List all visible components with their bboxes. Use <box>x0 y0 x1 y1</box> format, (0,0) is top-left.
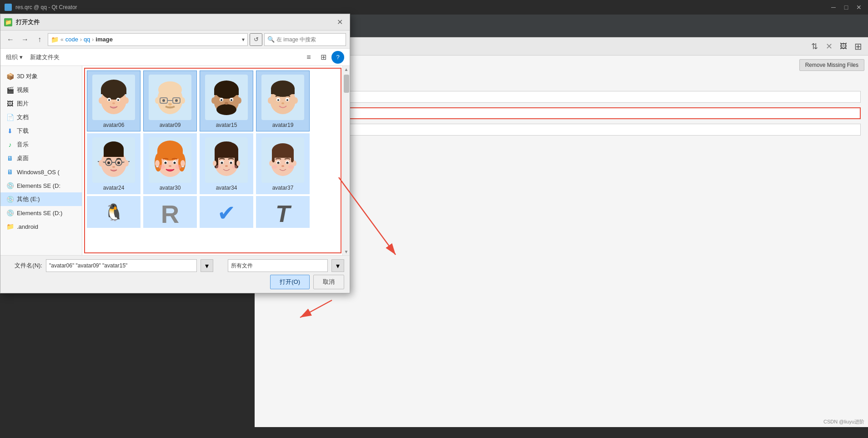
svg-point-70 <box>181 160 185 166</box>
nav-documents-label: 文档 <box>17 113 29 121</box>
file-item-avatar30[interactable]: avatar30 <box>143 133 197 194</box>
nav-item-video[interactable]: 🎬 视频 <box>0 83 82 97</box>
close-btn[interactable]: ✕ <box>854 3 863 12</box>
dialog-cancel-button[interactable]: 取消 <box>313 275 344 289</box>
nav-item-downloads[interactable]: ⬇ 下载 <box>0 124 82 138</box>
organize-button[interactable]: 组织 ▾ <box>6 53 23 61</box>
dialog-path-bar[interactable]: 📁 « code › qq › image ▾ <box>48 33 248 46</box>
svg-point-66 <box>169 165 171 167</box>
path-part-image[interactable]: image <box>95 36 113 43</box>
file-item-avatar24[interactable]: avatar24 <box>87 133 140 194</box>
app-icon <box>5 4 12 11</box>
file-grid-row-2: avatar24 <box>86 132 346 195</box>
res-add-btn[interactable]: ⊞ <box>852 40 864 53</box>
grid-view-btn[interactable]: ⊞ <box>317 51 330 64</box>
scroll-up-btn[interactable]: ▲ <box>343 66 350 73</box>
search-input[interactable] <box>276 36 345 43</box>
alias-input[interactable] <box>293 91 861 103</box>
language-row: 语言： <box>262 124 861 136</box>
svg-point-83 <box>213 161 216 166</box>
dialog-back-button[interactable]: ← <box>4 33 17 46</box>
nav-downloads-icon: ⬇ <box>6 127 14 135</box>
r-letter-icon: R <box>149 200 191 227</box>
svg-point-84 <box>236 161 240 166</box>
nav-windows-label: Windows8_OS ( <box>17 169 60 176</box>
file-item-penguin[interactable]: 🐧 <box>87 196 140 228</box>
dialog-search-bar[interactable]: 🔍 <box>264 33 346 46</box>
svg-point-8 <box>99 97 103 104</box>
nav-item-elements2[interactable]: 💿 Elements SE (D:) <box>0 206 82 220</box>
maximize-btn[interactable]: □ <box>842 3 851 12</box>
dialog-organize-bar: 组织 ▾ 新建文件夹 ≡ ⊞ ? <box>0 49 350 66</box>
path-part-qq[interactable]: qq <box>84 36 90 43</box>
file-item-italic-t[interactable]: T <box>256 196 310 228</box>
dialog-open-button[interactable]: 打开(O) <box>270 275 310 289</box>
language-input[interactable] <box>293 124 861 136</box>
dialog-up-button[interactable]: ↑ <box>33 33 46 46</box>
file-item-avatar34[interactable]: avatar34 <box>200 133 253 194</box>
nav-item-documents[interactable]: 📄 文档 <box>0 111 82 124</box>
filetype-select[interactable]: 所有文件 <box>228 259 328 272</box>
filename-input-wrapper[interactable]: "avatar06" "avatar09" "avatar15" <box>46 259 197 272</box>
scroll-down-btn[interactable]: ▼ <box>343 248 350 255</box>
nav-music-label: 音乐 <box>17 141 29 149</box>
res-arrows-icon[interactable]: ⇅ <box>808 40 821 53</box>
dialog-forward-button[interactable]: → <box>19 33 31 46</box>
help-button[interactable]: ? <box>331 51 344 64</box>
new-folder-button[interactable]: 新建文件夹 <box>30 53 60 61</box>
nav-item-desktop[interactable]: 🖥 桌面 <box>0 151 82 165</box>
file-item-checkmark[interactable]: ✔ <box>200 196 253 228</box>
svg-point-27 <box>231 99 232 101</box>
nav-item-music[interactable]: ♪ 音乐 <box>0 138 82 151</box>
file-item-avatar09[interactable]: avatar09 <box>143 70 197 131</box>
filetype-dropdown-btn[interactable]: ▾ <box>331 259 344 272</box>
svg-point-15 <box>162 99 165 102</box>
res-close-btn[interactable]: ✕ <box>823 40 835 53</box>
filename-label: 文件名(N): <box>6 262 42 270</box>
checkmark-icon: ✔ <box>205 200 248 226</box>
avatar37-svg <box>265 140 301 181</box>
nav-item-windows[interactable]: 🖥 Windows8_OS ( <box>0 165 82 179</box>
nav-windows-icon: 🖥 <box>6 168 14 176</box>
prefix-input[interactable] <box>293 107 861 119</box>
svg-point-26 <box>221 99 222 101</box>
path-dropdown-chevron[interactable]: ▾ <box>242 36 245 43</box>
nav-item-elements1[interactable]: 💿 Elements SE (D: <box>0 179 82 192</box>
nav-item-android[interactable]: 📁 .android <box>0 220 82 233</box>
dialog-title-text: 打开文件 <box>16 18 333 26</box>
file-item-avatar06[interactable]: avatar06 <box>87 70 140 131</box>
list-view-btn[interactable]: ≡ <box>302 51 315 64</box>
file-item-r-letter[interactable]: R <box>143 196 197 228</box>
svg-point-11 <box>158 81 182 98</box>
avatar37-box <box>261 137 304 183</box>
dialog-bottom: 文件名(N): "avatar06" "avatar09" "avatar15"… <box>0 255 350 293</box>
dialog-refresh-button[interactable]: ↺ <box>250 33 262 46</box>
nav-item-other[interactable]: 💿 其他 (E:) <box>0 192 82 206</box>
nav-android-label: .android <box>17 223 38 230</box>
avatar19-svg <box>265 77 301 118</box>
file-label-avatar15: avatar15 <box>216 122 237 128</box>
res-image-btn[interactable]: 🖼 <box>837 40 850 53</box>
path-part-code[interactable]: code <box>65 36 78 43</box>
alias-row: 别名： <box>262 91 861 103</box>
avatar06-box <box>92 75 135 120</box>
nav-video-label: 视频 <box>17 86 29 94</box>
avatar30-svg <box>152 140 188 181</box>
svg-point-78 <box>221 162 223 164</box>
remove-missing-files-button[interactable]: Remove Missing Files <box>799 59 864 71</box>
nav-documents-icon: 📄 <box>6 113 14 121</box>
file-label-avatar06: avatar06 <box>103 122 125 128</box>
file-item-avatar15[interactable]: avatar15 <box>200 70 253 131</box>
svg-rect-2 <box>101 89 126 94</box>
file-item-avatar19[interactable]: avatar19 <box>256 70 310 131</box>
nav-downloads-label: 下载 <box>17 127 29 135</box>
nav-item-3d[interactable]: 📦 3D 对象 <box>0 70 82 83</box>
file-item-avatar37[interactable]: avatar37 <box>256 133 310 194</box>
filename-dropdown-btn[interactable]: ▾ <box>201 259 213 272</box>
file-grid-scrollbar[interactable]: ▲ ▼ <box>342 66 350 255</box>
svg-point-39 <box>268 97 272 104</box>
scroll-thumb[interactable] <box>344 75 349 93</box>
nav-item-pictures[interactable]: 🖼 图片 <box>0 97 82 111</box>
minimize-btn[interactable]: ─ <box>829 3 838 12</box>
dialog-close-button[interactable]: ✕ <box>333 16 346 29</box>
